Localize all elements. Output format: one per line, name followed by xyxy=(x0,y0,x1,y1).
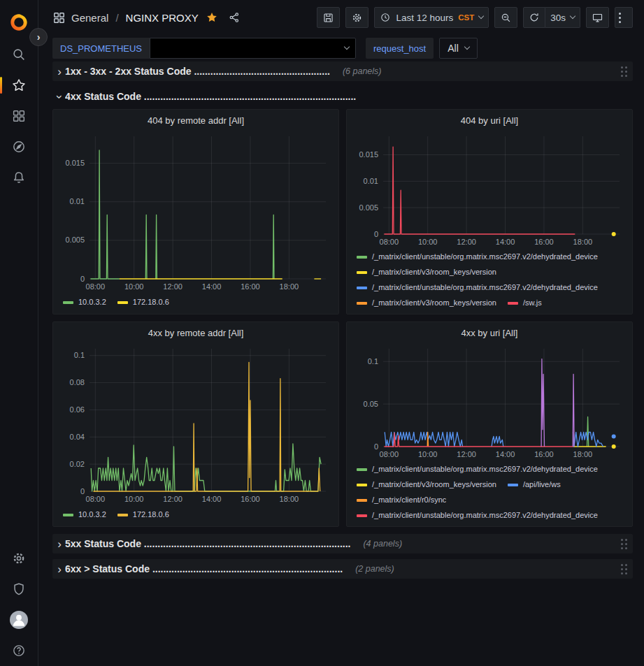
drag-handle-icon[interactable] xyxy=(620,563,629,576)
variable-ds-prometheus: DS_PROMETHEUS xyxy=(52,38,356,59)
compass-icon xyxy=(11,139,27,154)
breadcrumb-dashboard-title[interactable]: NGINX PROXY xyxy=(126,12,199,24)
legend-item[interactable]: 172.18.0.6 xyxy=(117,507,169,522)
row-5xx[interactable]: › 5xx Status Code ......................… xyxy=(52,534,633,553)
chevron-right-icon: › xyxy=(54,538,65,550)
legend-swatch-icon xyxy=(357,499,367,502)
time-series-chart[interactable]: 00.0050.010.01508:0010:0012:0014:0016:00… xyxy=(59,131,333,293)
chart-legend: 10.0.3.2172.18.0.6 xyxy=(59,293,333,310)
panel-4xx-by-uri: 4xx by uri [All] 00.050.108:0010:0012:00… xyxy=(346,321,633,527)
legend-label: /_matrix/client/unstable/org.matrix.msc2… xyxy=(372,509,598,521)
refresh-interval-picker[interactable]: 30s xyxy=(545,7,580,28)
sidebar-item-starred[interactable] xyxy=(0,70,38,101)
legend-item[interactable]: /_matrix/client/unstable/org.matrix.msc2… xyxy=(357,463,598,476)
variable-host-label[interactable]: request_host xyxy=(366,38,434,59)
time-series-chart[interactable]: 00.0050.010.01508:0010:0012:0014:0016:00… xyxy=(352,131,627,248)
sidebar-item-alerting[interactable] xyxy=(0,162,38,193)
variable-host-value-text: All xyxy=(448,43,459,54)
legend-label: /_matrix/client/r0/sync xyxy=(372,494,446,506)
legend-label: 10.0.3.2 xyxy=(78,509,106,521)
variable-ds-value-redacted[interactable] xyxy=(150,38,356,59)
legend-swatch-icon xyxy=(508,302,518,305)
row-1xx-3xx-2xx[interactable]: › 1xx - 3xx - 2xx Status Code ..........… xyxy=(52,61,633,81)
svg-text:12:00: 12:00 xyxy=(163,495,183,503)
legend-item[interactable]: /_matrix/client/v3/room_keys/version xyxy=(357,266,496,279)
time-range-picker[interactable]: Last 12 hours CST xyxy=(374,7,489,28)
svg-text:10:00: 10:00 xyxy=(418,450,438,458)
legend-label: /_matrix/client/v3/room_keys/version xyxy=(372,297,496,309)
legend-label: /_matrix/client/v3/room_keys/version xyxy=(372,266,496,278)
svg-text:10:00: 10:00 xyxy=(418,238,438,246)
more-options-button[interactable] xyxy=(615,7,633,28)
avatar xyxy=(10,611,28,629)
svg-text:0.02: 0.02 xyxy=(70,460,85,468)
variable-request-host: request_host All xyxy=(366,38,478,59)
svg-text:0.01: 0.01 xyxy=(364,177,378,185)
legend-swatch-icon xyxy=(63,301,73,304)
svg-text:0: 0 xyxy=(80,487,85,495)
legend-label: /sw.js xyxy=(523,297,542,309)
sidebar-item-profile[interactable] xyxy=(0,605,38,635)
zoom-out-time-button[interactable] xyxy=(494,7,517,28)
monitor-icon xyxy=(592,12,603,24)
sidebar-item-dashboards[interactable] xyxy=(0,101,38,131)
breadcrumb-folder[interactable]: General xyxy=(71,12,108,24)
legend-item[interactable]: /_matrix/client/v3/room_keys/version xyxy=(357,478,496,491)
sidebar-item-explore[interactable] xyxy=(0,131,38,162)
refresh-interval-label: 30s xyxy=(550,13,566,23)
legend-label: /_matrix/client/unstable/org.matrix.msc2… xyxy=(372,463,598,475)
favorite-star-icon[interactable] xyxy=(206,11,218,24)
row-panel-count: (2 panels) xyxy=(355,564,394,574)
chevron-down-icon: › xyxy=(54,91,66,102)
drag-handle-icon[interactable] xyxy=(620,537,629,551)
legend-item[interactable]: /sw.js xyxy=(508,296,542,310)
drag-handle-icon[interactable] xyxy=(620,65,629,78)
sidebar-expand-button[interactable]: › xyxy=(29,28,48,46)
row-6xx[interactable]: › 6xx > Status Code ....................… xyxy=(52,559,633,579)
row-panel-count: (4 panels) xyxy=(363,539,402,549)
svg-text:12:00: 12:00 xyxy=(457,450,476,458)
share-icon[interactable] xyxy=(228,11,241,24)
legend-swatch-icon xyxy=(357,302,367,305)
refresh-button[interactable] xyxy=(523,7,545,28)
apps-grid-icon[interactable] xyxy=(52,11,66,24)
chevron-down-icon xyxy=(464,44,470,50)
sidebar-item-server-admin[interactable] xyxy=(0,574,38,605)
save-dashboard-button[interactable] xyxy=(317,7,340,28)
row-title: 5xx Status Code ........................… xyxy=(65,538,350,549)
legend-item[interactable]: /_matrix/client/unstable/org.matrix.msc2… xyxy=(357,509,598,522)
cycle-view-mode-button[interactable] xyxy=(586,7,609,28)
legend-item[interactable]: 10.0.3.2 xyxy=(63,295,106,310)
dashboard-settings-button[interactable] xyxy=(345,7,368,28)
chevron-right-icon: › xyxy=(54,66,65,78)
panel-title[interactable]: 4xx by uri [All] xyxy=(352,322,627,343)
legend-item[interactable]: /_matrix/client/v3/room_keys/version xyxy=(357,296,496,310)
variable-ds-label[interactable]: DS_PROMETHEUS xyxy=(52,38,150,59)
svg-text:0.01: 0.01 xyxy=(70,197,85,205)
legend-label: /api/live/ws xyxy=(523,479,561,491)
chart-legend: 10.0.3.2172.18.0.6 xyxy=(59,505,333,522)
legend-swatch-icon xyxy=(508,484,518,486)
legend-item[interactable]: /_matrix/client/unstable/org.matrix.msc2… xyxy=(357,250,598,263)
legend-item[interactable]: /_matrix/client/r0/sync xyxy=(357,493,446,507)
time-series-chart[interactable]: 00.020.040.060.080.108:0010:0012:0014:00… xyxy=(59,343,333,505)
legend-swatch-icon xyxy=(117,514,128,516)
legend-item[interactable]: /api/live/ws xyxy=(508,478,561,491)
svg-text:16:00: 16:00 xyxy=(241,495,260,503)
chevron-down-icon xyxy=(478,13,484,19)
variable-host-value[interactable]: All xyxy=(439,38,478,59)
sidebar-item-configuration[interactable] xyxy=(0,543,38,574)
legend-item[interactable]: 10.0.3.2 xyxy=(63,507,106,522)
svg-text:18:00: 18:00 xyxy=(573,450,593,458)
legend-label: 172.18.0.6 xyxy=(133,509,169,521)
row-4xx[interactable]: › 4xx Status Code ......................… xyxy=(52,87,633,106)
star-outline-icon xyxy=(11,78,27,93)
legend-item[interactable]: /_matrix/client/unstable/org.matrix.msc2… xyxy=(357,281,598,294)
sidebar-item-help[interactable] xyxy=(0,635,38,666)
clock-icon xyxy=(380,12,391,23)
legend-item[interactable]: 172.18.0.6 xyxy=(117,295,169,310)
time-series-chart[interactable]: 00.050.108:0010:0012:0014:0016:0018:00 xyxy=(352,343,627,461)
panel-title[interactable]: 404 by uri [All] xyxy=(352,110,627,131)
panel-title[interactable]: 4xx by remote addr [All] xyxy=(59,322,333,343)
panel-title[interactable]: 404 by remote addr [All] xyxy=(59,110,333,131)
